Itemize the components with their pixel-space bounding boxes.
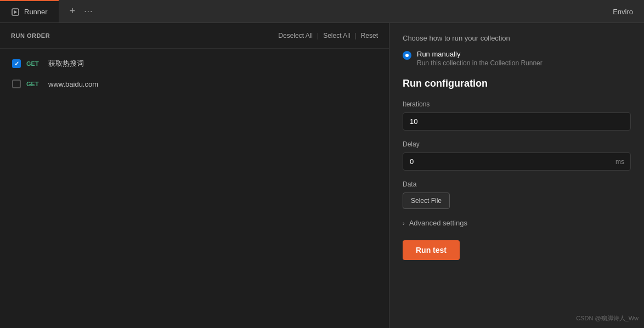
advanced-settings-label: Advanced settings <box>409 219 467 227</box>
reset-button[interactable]: Reset <box>361 32 378 39</box>
select-all-button[interactable]: Select All <box>323 32 350 39</box>
deselect-all-button[interactable]: Deselect All <box>278 32 313 39</box>
delay-label: Delay <box>403 140 631 148</box>
svg-marker-1 <box>14 10 17 14</box>
run-order-title: RUN ORDER <box>11 32 50 39</box>
main-layout: RUN ORDER Deselect All | Select All | Re… <box>0 23 644 328</box>
run-config-title: Run configuration <box>403 78 631 89</box>
advanced-settings[interactable]: › Advanced settings <box>403 219 631 227</box>
delay-unit: ms <box>615 158 624 166</box>
runner-tab-label: Runner <box>24 8 48 16</box>
data-label: Data <box>403 180 631 188</box>
data-section: Data Select File <box>403 180 631 209</box>
run-order-actions: Deselect All | Select All | Reset <box>278 32 378 39</box>
checkbox-2[interactable] <box>12 80 21 88</box>
right-panel: Choose how to run your collection Run ma… <box>389 23 644 328</box>
run-manually-option[interactable]: Run manually Run this collection in the … <box>403 50 631 67</box>
left-panel: RUN ORDER Deselect All | Select All | Re… <box>0 23 389 328</box>
divider-1: | <box>317 32 319 39</box>
delay-section: Delay ms <box>403 140 631 171</box>
run-order-header: RUN ORDER Deselect All | Select All | Re… <box>0 23 389 49</box>
radio-circle <box>403 51 411 60</box>
request-list: GET 获取热搜词 GET www.baidu.com <box>0 49 389 98</box>
request-name-2: www.baidu.com <box>48 80 98 88</box>
iterations-input[interactable] <box>403 112 631 131</box>
list-item[interactable]: GET 获取热搜词 <box>7 54 382 73</box>
env-label: Enviro <box>602 0 644 23</box>
radio-label: Run manually <box>417 50 543 58</box>
top-bar-actions: + ··· <box>59 3 102 19</box>
method-badge-2: GET <box>26 81 43 87</box>
list-item[interactable]: GET www.baidu.com <box>7 75 382 93</box>
iterations-label: Iterations <box>403 100 631 108</box>
radio-text: Run manually Run this collection in the … <box>417 50 543 67</box>
iterations-section: Iterations <box>403 100 631 131</box>
delay-input[interactable] <box>403 152 631 171</box>
top-bar: Runner + ··· Enviro <box>0 0 644 23</box>
runner-tab[interactable]: Runner <box>0 0 59 22</box>
run-test-button[interactable]: Run test <box>403 240 460 260</box>
watermark: CSDN @瘸脚诗人_Ww <box>576 314 639 323</box>
request-name-1: 获取热搜词 <box>48 59 84 69</box>
select-file-button[interactable]: Select File <box>403 193 450 209</box>
divider-2: | <box>355 32 357 39</box>
delay-wrapper: ms <box>403 152 631 171</box>
chevron-right-icon: › <box>403 220 405 227</box>
checkbox-1[interactable] <box>12 59 21 68</box>
new-tab-button[interactable]: + <box>67 3 78 19</box>
more-options-button[interactable]: ··· <box>84 7 93 16</box>
play-icon <box>11 8 20 16</box>
radio-sublabel: Run this collection in the Collection Ru… <box>417 59 543 67</box>
method-badge-1: GET <box>26 60 43 67</box>
choose-run-title: Choose how to run your collection <box>403 34 631 42</box>
